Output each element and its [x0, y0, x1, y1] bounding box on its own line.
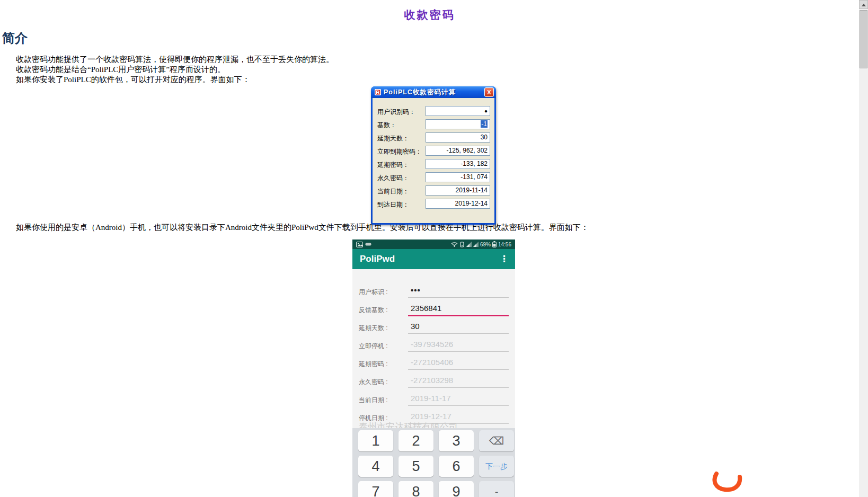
xp-input-user-id[interactable]: ●	[426, 106, 490, 116]
xp-input-current-date[interactable]: 2019-11-14	[426, 185, 490, 196]
android-paragraph: 如果你使用的是安卓（Android）手机，也可以将安装目录下Android文件夹…	[16, 223, 589, 233]
android-line-1: 如果你使用的是安卓（Android）手机，也可以将安装目录下Android文件夹…	[16, 223, 589, 233]
android-value-delay-days[interactable]: 30	[411, 322, 420, 331]
android-label-delay-days: 延期天数 :	[359, 324, 388, 333]
field-underline	[408, 387, 509, 388]
overflow-menu-icon[interactable]: ⋮	[500, 256, 509, 262]
xp-label-permanent-pwd: 永久密码：	[377, 174, 409, 183]
xp-value-delay-days: 30	[481, 134, 488, 141]
android-row-delay-pwd: 延期密码 : -272105406	[352, 357, 515, 370]
vibrate-icon	[459, 242, 465, 247]
signal-icon-sim1	[466, 242, 472, 247]
orange-logo-graphic	[711, 471, 744, 493]
key-2[interactable]: 2	[398, 430, 433, 451]
field-underline	[408, 369, 509, 370]
key-backspace-icon[interactable]: ⌫	[479, 430, 514, 451]
poliplc-dialog: PoliPLC收款密码计算 X 用户识别码： ● 基数： -1 延期天数： 30…	[371, 86, 496, 225]
android-app-bar: PoliPwd ⋮	[352, 249, 515, 269]
xp-row-permanent-pwd: 永久密码： -131, 074	[373, 172, 494, 182]
android-row-permanent-pwd: 永久密码 : -272103298	[352, 375, 515, 388]
intro-line-2: 收款密码功能是结合“PoliPLC用户密码计算”程序而设计的。	[16, 65, 334, 75]
intro-line-1: 收款密码功能提供了一个收款密码算法，使得即便你的程序泄漏，也不至于丢失你的算法。	[16, 55, 334, 65]
xp-input-immediate-pwd[interactable]: -125, 962, 302	[426, 146, 490, 156]
usb-icon	[365, 242, 371, 246]
xp-value-permanent-pwd: -131, 074	[460, 173, 488, 181]
xp-value-delay-pwd: -133, 182	[460, 160, 488, 167]
battery-icon	[492, 241, 497, 247]
xp-row-arrive-date: 到达日期： 2019-12-14	[373, 199, 494, 209]
android-value-current-date[interactable]: 2019-11-17	[411, 394, 451, 403]
clock-text: 14:56	[498, 242, 511, 247]
key-5[interactable]: 5	[398, 456, 433, 477]
key-next-step[interactable]: 下一步	[479, 456, 514, 477]
field-underline	[408, 405, 509, 406]
android-row-current-date: 当前日期 : 2019-11-17	[352, 393, 515, 406]
polipwd-phone-screenshot: 69% 14:56 PoliPwd ⋮ 用户标识 : ••• 反馈基数 : 23…	[352, 239, 515, 497]
key-6[interactable]: 6	[439, 456, 474, 477]
signal-icon-sim2	[473, 242, 479, 247]
scrollbar-thumb[interactable]	[860, 10, 867, 68]
xp-input-delay-pwd[interactable]: -133, 182	[426, 159, 490, 169]
field-underline	[408, 297, 509, 298]
xp-row-delay-days: 延期天数： 30	[373, 132, 494, 143]
android-row-immediate-stop: 立即停机 : -397934526	[352, 339, 515, 352]
android-value-permanent-pwd[interactable]: -272103298	[411, 376, 453, 385]
xp-value-arrive-date: 2019-12-14	[455, 200, 488, 207]
android-value-immediate-stop[interactable]: -397934526	[411, 340, 453, 349]
android-value-stop-date[interactable]: 2019-12-17	[411, 412, 451, 421]
key-1[interactable]: 1	[358, 430, 393, 451]
xp-row-current-date: 当前日期： 2019-11-14	[373, 185, 494, 196]
key-8[interactable]: 8	[398, 481, 433, 497]
key-minus[interactable]: -	[479, 481, 514, 497]
close-icon[interactable]: X	[484, 87, 494, 97]
help-page: 收款密码 简介 收款密码功能提供了一个收款密码算法，使得即便你的程序泄漏，也不至…	[0, 0, 868, 497]
key-9[interactable]: 9	[439, 481, 474, 497]
key-3[interactable]: 3	[439, 430, 474, 451]
android-value-delay-pwd[interactable]: -272105406	[411, 358, 453, 367]
wifi-icon	[451, 242, 458, 247]
dialog-title: PoliPLC收款密码计算	[384, 88, 484, 97]
numeric-keyboard: 1 2 3 ⌫ 4 5 6 下一步 7 8 9 -	[352, 428, 515, 497]
intro-paragraph: 收款密码功能提供了一个收款密码算法，使得即便你的程序泄漏，也不至于丢失你的算法。…	[16, 55, 334, 85]
app-icon	[374, 88, 382, 96]
battery-percent-text: 69%	[480, 242, 491, 247]
xp-label-base: 基数：	[377, 121, 396, 130]
android-label-delay-pwd: 延期密码 :	[359, 360, 388, 369]
dialog-titlebar[interactable]: PoliPLC收款密码计算 X	[371, 86, 496, 98]
android-label-immediate-stop: 立即停机 :	[359, 342, 388, 351]
xp-input-delay-days[interactable]: 30	[426, 132, 490, 143]
page-title: 收款密码	[0, 7, 859, 22]
android-row-user-id: 用户标识 : •••	[352, 285, 515, 298]
vertical-scrollbar[interactable]	[859, 0, 868, 497]
field-underline-focused	[408, 315, 509, 316]
section-heading-intro: 简介	[2, 30, 28, 47]
xp-label-current-date: 当前日期：	[377, 187, 409, 196]
xp-label-immediate-pwd: 立即到期密码：	[377, 147, 422, 156]
android-label-feedback-base: 反馈基数 :	[359, 306, 388, 315]
android-value-feedback-base[interactable]: 2356841	[411, 304, 441, 313]
key-4[interactable]: 4	[358, 456, 393, 477]
xp-label-delay-pwd: 延期密码：	[377, 161, 409, 170]
field-underline	[408, 333, 509, 334]
xp-value-immediate-pwd: -125, 962, 302	[447, 147, 488, 154]
field-underline	[408, 351, 509, 352]
intro-line-3: 如果你安装了PoliPLC的软件包，可以打开对应的程序。界面如下：	[16, 75, 334, 85]
xp-label-arrive-date: 到达日期：	[377, 200, 409, 209]
xp-label-user-id: 用户识别码：	[377, 108, 415, 117]
android-row-delay-days: 延期天数 : 30	[352, 321, 515, 334]
xp-input-arrive-date[interactable]: 2019-12-14	[426, 199, 490, 209]
android-value-user-id[interactable]: •••	[411, 286, 421, 295]
xp-input-base[interactable]: -1	[426, 119, 490, 129]
android-label-current-date: 当前日期 :	[359, 396, 388, 405]
xp-row-base: 基数： -1	[373, 119, 494, 129]
xp-value-base-selected: -1	[481, 120, 488, 128]
xp-row-delay-pwd: 延期密码： -133, 182	[373, 159, 494, 169]
scroll-up-button[interactable]	[859, 0, 868, 9]
key-7[interactable]: 7	[358, 481, 393, 497]
dialog-client-area: 用户识别码： ● 基数： -1 延期天数： 30 立即到期密码： -125, 9…	[373, 98, 494, 223]
app-title: PoliPwd	[360, 254, 395, 264]
xp-value-current-date: 2019-11-14	[456, 187, 488, 194]
android-row-feedback-base: 反馈基数 : 2356841	[352, 303, 515, 316]
chevron-up-icon	[862, 4, 866, 6]
xp-input-permanent-pwd[interactable]: -131, 074	[426, 172, 490, 182]
